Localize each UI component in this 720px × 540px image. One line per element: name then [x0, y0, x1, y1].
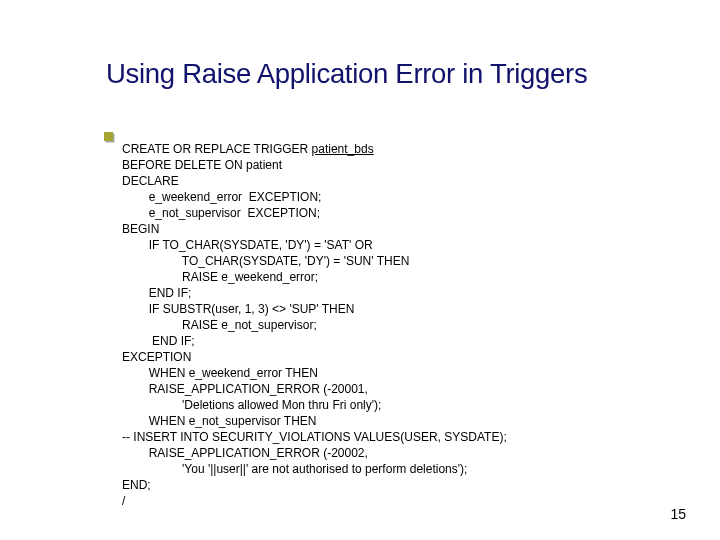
code-line-2: BEFORE DELETE ON patient: [122, 158, 282, 172]
code-line-17: 'Deletions allowed Mon thru Fri only');: [122, 398, 381, 412]
code-line-16: RAISE_APPLICATION_ERROR (-20001,: [122, 382, 368, 396]
code-line-20: RAISE_APPLICATION_ERROR (-20002,: [122, 446, 368, 460]
slide-title: Using Raise Application Error in Trigger…: [106, 58, 587, 90]
code-line-1a: CREATE OR REPLACE TRIGGER: [122, 142, 312, 156]
code-line-6: BEGIN: [122, 222, 159, 236]
code-line-8: TO_CHAR(SYSDATE, 'DY') = 'SUN' THEN: [122, 254, 409, 268]
code-line-13: END IF;: [122, 334, 195, 348]
code-line-18: WHEN e_not_supervisor THEN: [122, 414, 317, 428]
code-line-12: RAISE e_not_supervisor;: [122, 318, 317, 332]
code-line-11: IF SUBSTR(user, 1, 3) <> 'SUP' THEN: [122, 302, 354, 316]
code-line-9: RAISE e_weekend_error;: [122, 270, 318, 284]
page-number: 15: [670, 506, 686, 522]
code-line-4: e_weekend_error EXCEPTION;: [122, 190, 321, 204]
code-line-5: e_not_supervisor EXCEPTION;: [122, 206, 320, 220]
code-line-19: -- INSERT INTO SECURITY_VIOLATIONS VALUE…: [122, 430, 507, 444]
code-line-15: WHEN e_weekend_error THEN: [122, 366, 318, 380]
code-line-1b: patient_bds: [312, 142, 374, 156]
slide: Using Raise Application Error in Trigger…: [0, 0, 720, 540]
code-line-3: DECLARE: [122, 174, 179, 188]
code-line-21: 'You '||user||' are not authorised to pe…: [122, 462, 467, 476]
code-line-14: EXCEPTION: [122, 350, 191, 364]
bullet-icon: [104, 132, 113, 141]
code-line-7: IF TO_CHAR(SYSDATE, 'DY') = 'SAT' OR: [122, 238, 373, 252]
code-line-22: END;: [122, 478, 151, 492]
code-line-10: END IF;: [122, 286, 191, 300]
code-line-23: /: [122, 494, 125, 508]
code-block: CREATE OR REPLACE TRIGGER patient_bds BE…: [122, 125, 507, 509]
